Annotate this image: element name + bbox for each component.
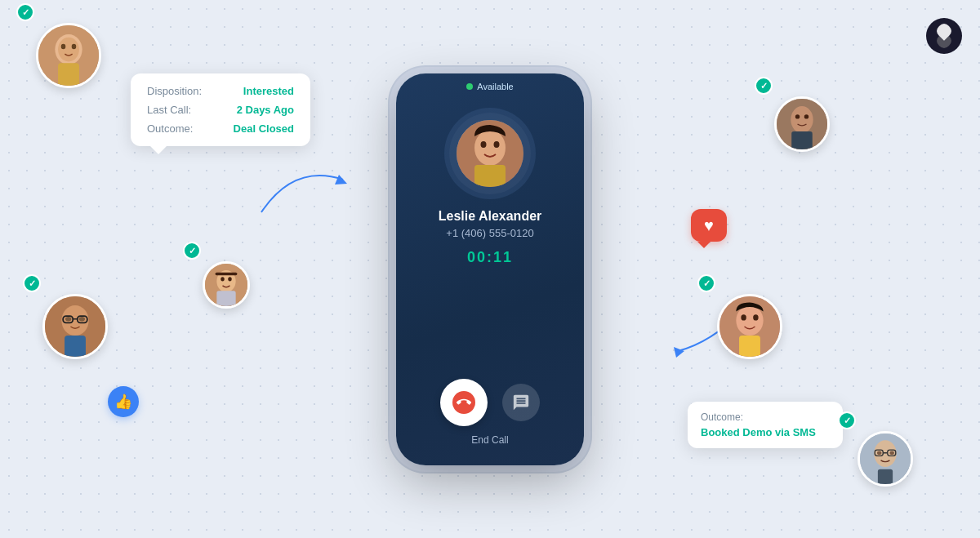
info-card: Disposition: Interested Last Call: 2 Day…: [131, 73, 310, 146]
status-bar: Available: [466, 82, 513, 91]
thumbs-icon: 👍: [114, 393, 132, 411]
svg-rect-19: [216, 273, 238, 276]
svg-marker-1: [335, 175, 347, 185]
caller-number: +1 (406) 555-0120: [446, 227, 533, 239]
svg-point-43: [481, 141, 487, 148]
svg-point-11: [795, 114, 800, 118]
svg-point-17: [228, 277, 231, 281]
svg-point-8: [72, 44, 77, 49]
svg-point-21: [61, 305, 88, 336]
svg-point-26: [65, 317, 71, 322]
check-badge-5: ✓: [697, 274, 715, 292]
end-call-label: End Call: [471, 434, 508, 446]
check-badge-3: ✓: [183, 242, 201, 260]
heart-icon: ♥: [704, 216, 714, 235]
svg-point-31: [741, 314, 746, 320]
end-call-icon: [452, 391, 475, 414]
svg-point-44: [494, 141, 500, 148]
last-call-value: 2 Days Ago: [237, 104, 294, 116]
svg-rect-30: [739, 336, 760, 357]
outcome-card-value: Booked Demo via SMS: [701, 426, 830, 438]
svg-point-40: [889, 451, 893, 455]
sms-button[interactable]: [502, 384, 540, 421]
svg-point-27: [79, 317, 85, 322]
svg-rect-18: [216, 291, 235, 306]
outcome-label: Outcome:: [147, 122, 193, 135]
end-call-button[interactable]: [440, 379, 488, 426]
svg-point-29: [736, 305, 763, 336]
last-call-label: Last Call:: [147, 104, 191, 116]
svg-rect-13: [791, 131, 813, 149]
svg-point-16: [220, 277, 224, 281]
caller-name: Leslie Alexander: [439, 209, 542, 224]
status-dot: [466, 83, 473, 90]
outcome-value: Deal Closed: [234, 122, 294, 135]
disposition-row: Disposition: Interested: [147, 85, 294, 97]
svg-rect-22: [65, 336, 86, 357]
heart-badge: ♥: [691, 209, 727, 242]
check-badge-2: ✓: [755, 77, 773, 95]
svg-point-12: [804, 114, 808, 118]
svg-rect-45: [474, 165, 506, 187]
svg-point-39: [877, 451, 881, 455]
call-timer: 00:11: [467, 249, 513, 266]
outcome-row: Outcome: Deal Closed: [147, 122, 294, 135]
svg-point-5: [58, 38, 79, 62]
call-actions-wrapper: End Call: [396, 379, 584, 446]
app-logo: [926, 18, 962, 54]
check-badge-1: ✓: [16, 3, 34, 21]
caller-avatar: [457, 120, 523, 187]
call-actions: [440, 379, 540, 426]
svg-rect-35: [878, 469, 893, 484]
outcome-card-label: Outcome:: [701, 411, 830, 423]
check-badge-6: ✓: [838, 411, 856, 429]
svg-point-10: [791, 106, 813, 133]
svg-point-42: [474, 130, 506, 166]
status-label: Available: [477, 82, 513, 91]
svg-rect-6: [58, 63, 79, 86]
check-badge-4: ✓: [23, 274, 41, 292]
outcome-card: Outcome: Booked Demo via SMS: [688, 402, 843, 448]
last-call-row: Last Call: 2 Days Ago: [147, 104, 294, 116]
disposition-label: Disposition:: [147, 85, 202, 97]
svg-marker-2: [674, 347, 684, 358]
thumbs-badge: 👍: [108, 386, 139, 417]
phone-mockup: Available Leslie Alexander +1 (406) 555-…: [396, 73, 584, 465]
arrow-decoration-1: [253, 155, 351, 220]
svg-point-32: [753, 314, 758, 320]
disposition-value: Interested: [243, 85, 294, 97]
caller-avatar-ring: [449, 113, 531, 194]
svg-point-7: [61, 44, 66, 49]
